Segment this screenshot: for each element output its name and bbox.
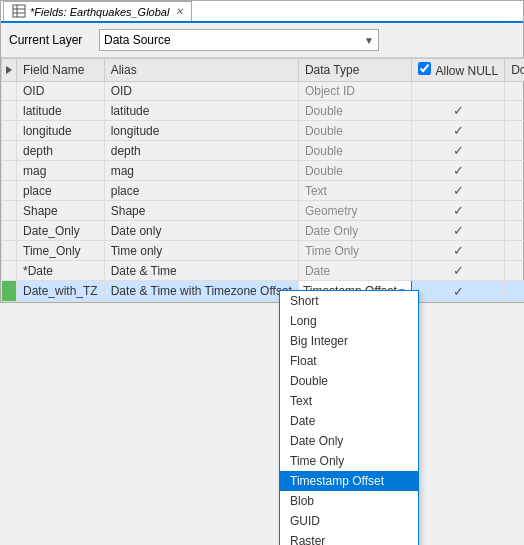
table-row: magmagDouble✓ bbox=[2, 161, 525, 181]
table-header-row: Field Name Alias Data Type Allow NULL Do… bbox=[2, 59, 525, 82]
current-layer-label: Current Layer bbox=[9, 33, 99, 47]
dropdown-item[interactable]: Text bbox=[280, 391, 418, 411]
row-indicator bbox=[2, 82, 17, 101]
cell-allow-null: ✓ bbox=[411, 201, 504, 221]
cell-alias: Date only bbox=[104, 221, 298, 241]
table-row: longitudelongitudeDouble✓ bbox=[2, 121, 525, 141]
fields-table-container: Field Name Alias Data Type Allow NULL Do… bbox=[1, 58, 523, 302]
cell-field-name: longitude bbox=[17, 121, 105, 141]
cell-domain bbox=[505, 101, 524, 121]
cell-domain bbox=[505, 261, 524, 281]
header-domain: Domain bbox=[505, 59, 524, 82]
table-row: ShapeShapeGeometry✓ bbox=[2, 201, 525, 221]
current-layer-section: Current Layer Data Source ▼ bbox=[1, 23, 523, 58]
checkmark-icon: ✓ bbox=[453, 243, 464, 258]
row-indicator bbox=[2, 141, 17, 161]
tab-strip: *Fields: Earthquakes_Global ✕ bbox=[1, 1, 523, 23]
tab-label: *Fields: Earthquakes_Global bbox=[30, 6, 169, 18]
cell-data-type: Double bbox=[298, 121, 411, 141]
dropdown-item[interactable]: Double bbox=[280, 371, 418, 391]
cell-alias: mag bbox=[104, 161, 298, 181]
cell-field-name: OID bbox=[17, 82, 105, 101]
checkmark-icon: ✓ bbox=[453, 103, 464, 118]
cell-alias: Time only bbox=[104, 241, 298, 261]
dropdown-item[interactable]: Date bbox=[280, 411, 418, 431]
cell-data-type: Time Only bbox=[298, 241, 411, 261]
checkmark-icon: ✓ bbox=[453, 284, 464, 299]
cell-field-name: Date_Only bbox=[17, 221, 105, 241]
cell-allow-null: ✓ bbox=[411, 181, 504, 201]
header-alias: Alias bbox=[104, 59, 298, 82]
cell-alias: Date & Time with Timezone Offset bbox=[104, 281, 298, 302]
cell-domain bbox=[505, 161, 524, 181]
cell-data-type: Geometry bbox=[298, 201, 411, 221]
cell-domain bbox=[505, 121, 524, 141]
table-body: OIDOIDObject IDlatitudelatitudeDouble✓lo… bbox=[2, 82, 525, 302]
dropdown-item[interactable]: Short bbox=[280, 291, 418, 311]
dropdown-item[interactable]: Big Integer bbox=[280, 331, 418, 351]
row-indicator bbox=[2, 201, 17, 221]
header-data-type-label: Data Type bbox=[305, 63, 359, 77]
row-indicator bbox=[2, 121, 17, 141]
tab-fields[interactable]: *Fields: Earthquakes_Global ✕ bbox=[3, 1, 192, 21]
svg-rect-0 bbox=[13, 5, 25, 17]
cell-field-name: depth bbox=[17, 141, 105, 161]
row-indicator bbox=[2, 261, 17, 281]
cell-domain bbox=[505, 281, 524, 302]
current-layer-dropdown[interactable]: Data Source ▼ bbox=[99, 29, 379, 51]
table-row: Date_OnlyDate onlyDate Only✓ bbox=[2, 221, 525, 241]
allow-null-header-checkbox[interactable] bbox=[418, 62, 431, 75]
header-domain-label: Domain bbox=[511, 63, 524, 77]
cell-allow-null: ✓ bbox=[411, 281, 504, 302]
dropdown-item[interactable]: Raster bbox=[280, 531, 418, 545]
dropdown-item[interactable]: Blob bbox=[280, 491, 418, 511]
cell-allow-null: ✓ bbox=[411, 101, 504, 121]
cell-field-name: Shape bbox=[17, 201, 105, 221]
checkmark-icon: ✓ bbox=[453, 223, 464, 238]
dropdown-item[interactable]: Timestamp Offset bbox=[280, 471, 418, 491]
cell-alias: Shape bbox=[104, 201, 298, 221]
cell-domain bbox=[505, 181, 524, 201]
row-indicator bbox=[2, 221, 17, 241]
header-allow-null-label: Allow NULL bbox=[436, 64, 499, 78]
cell-field-name: place bbox=[17, 181, 105, 201]
cell-data-type: Double bbox=[298, 101, 411, 121]
header-field-name[interactable]: Field Name bbox=[17, 59, 105, 82]
cell-allow-null: ✓ bbox=[411, 121, 504, 141]
cell-allow-null bbox=[411, 82, 504, 101]
cell-data-type: Date Only bbox=[298, 221, 411, 241]
dropdown-arrow-icon: ▼ bbox=[364, 35, 374, 46]
checkmark-icon: ✓ bbox=[453, 163, 464, 178]
row-indicator bbox=[2, 281, 17, 302]
cell-alias: depth bbox=[104, 141, 298, 161]
dropdown-item[interactable]: Long bbox=[280, 311, 418, 331]
cell-domain bbox=[505, 241, 524, 261]
checkmark-icon: ✓ bbox=[453, 183, 464, 198]
cell-field-name: Time_Only bbox=[17, 241, 105, 261]
cell-data-type: Date bbox=[298, 261, 411, 281]
table-row: Date_with_TZDate & Time with Timezone Of… bbox=[2, 281, 525, 302]
header-field-name-label: Field Name bbox=[23, 63, 84, 77]
cell-domain bbox=[505, 82, 524, 101]
tab-icon bbox=[12, 4, 26, 20]
cell-allow-null: ✓ bbox=[411, 161, 504, 181]
table-row: placeplaceText✓ bbox=[2, 181, 525, 201]
svg-marker-4 bbox=[6, 66, 12, 74]
table-row: depthdepthDouble✓ bbox=[2, 141, 525, 161]
dropdown-item[interactable]: Date Only bbox=[280, 431, 418, 451]
cell-allow-null: ✓ bbox=[411, 241, 504, 261]
cell-alias: Date & Time bbox=[104, 261, 298, 281]
dropdown-item[interactable]: GUID bbox=[280, 511, 418, 531]
cell-field-name: latitude bbox=[17, 101, 105, 121]
table-row: Time_OnlyTime onlyTime Only✓ bbox=[2, 241, 525, 261]
cell-alias: place bbox=[104, 181, 298, 201]
cell-data-type: Object ID bbox=[298, 82, 411, 101]
cell-allow-null: ✓ bbox=[411, 261, 504, 281]
dropdown-item[interactable]: Time Only bbox=[280, 451, 418, 471]
row-indicator bbox=[2, 241, 17, 261]
tab-close-button[interactable]: ✕ bbox=[175, 6, 183, 17]
table-row: latitudelatitudeDouble✓ bbox=[2, 101, 525, 121]
cell-domain bbox=[505, 201, 524, 221]
main-window: *Fields: Earthquakes_Global ✕ Current La… bbox=[0, 0, 524, 303]
dropdown-item[interactable]: Float bbox=[280, 351, 418, 371]
